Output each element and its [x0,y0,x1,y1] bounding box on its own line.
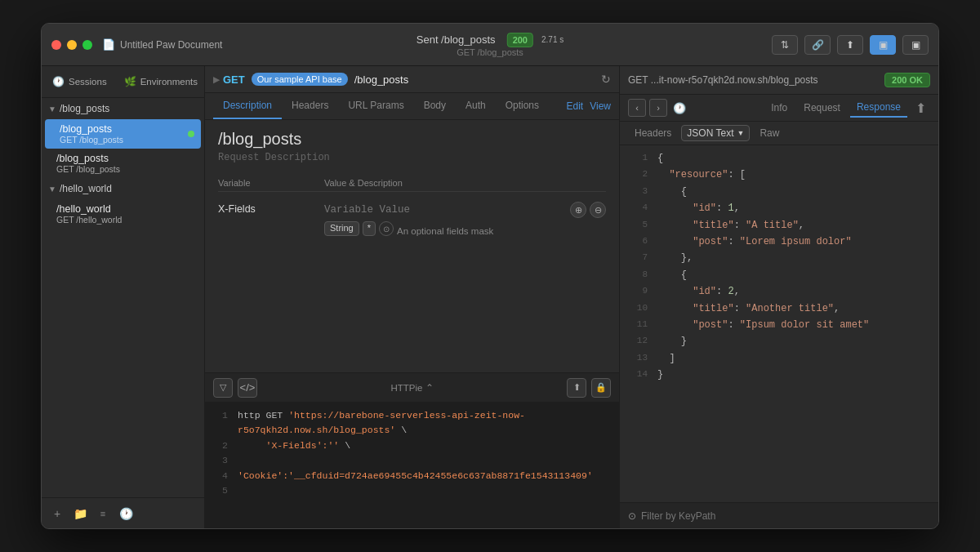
document-title: Untitled Paw Document [120,39,222,51]
code-bar-actions: ⬆ 🔒 [567,378,611,398]
panel-right-button[interactable]: ▣ [902,35,929,55]
tab-body[interactable]: Body [414,93,456,119]
sidebar-item-content-3: /hello_world GET /hello_world [56,203,198,225]
required-tag[interactable]: * [363,221,376,236]
sidebar-item-blog-posts-2[interactable]: /blog_posts GET /blog_posts [42,149,204,178]
code-expand-btn[interactable]: ▽ [213,378,233,398]
group-blog-posts[interactable]: ▼ /blog_posts [42,98,204,119]
json-line-6: 6 "post": "Lorem ipsum dolor" [620,234,938,250]
params-col-value: Value & Description [324,178,606,188]
filter-input[interactable] [641,510,930,522]
document-title-area: 📄 Untitled Paw Document [102,38,222,51]
sent-label: Sent /blog_posts [416,33,496,46]
method-badge[interactable]: ▶ GET [213,73,245,86]
active-dot [188,131,194,137]
url-path-input[interactable] [354,73,595,86]
nav-prev-btn[interactable]: ‹ [628,99,646,117]
url-bar: ▶ GET Our sample API base ↻ [205,66,619,93]
tab-headers[interactable]: Headers [282,93,338,119]
response-url-bar: GET ...it-now-r5o7qkh2d.now.sh/blog_post… [620,66,938,95]
tab-url-params[interactable]: URL Params [338,93,413,119]
close-button[interactable] [51,40,61,50]
params-col-variable: Variable [218,178,324,188]
fmt-tab-raw[interactable]: Raw [753,125,786,141]
edit-button[interactable]: Edit [567,100,584,112]
params-header: Variable Value & Description [218,175,606,192]
code-format-btn[interactable]: </> [238,378,257,398]
export-button[interactable]: ⬆ [837,35,863,55]
sidebar-bottom: + 📁 ≡ 🕐 [42,497,204,528]
panel-left-button[interactable]: ▣ [870,35,896,55]
json-line-5: 5 "title": "A title", [620,217,938,234]
view-button[interactable]: View [590,100,611,112]
code-lock-btn[interactable]: 🔒 [591,378,611,398]
history-clock-icon[interactable]: 🕐 [670,99,688,117]
code-share-btn[interactable]: ⬆ [567,378,586,398]
link-button[interactable]: 🔗 [804,35,831,55]
sessions-tab[interactable]: 🕐 Sessions [42,73,118,91]
json-line-7: 7 }, [620,250,938,266]
method-label: GET [223,73,245,86]
params-table: Variable Value & Description X-Fields ⊕ … [218,175,606,241]
tab-response[interactable]: Response [850,98,907,118]
sidebar-item-name-1: /blog_posts [60,123,185,135]
titlebar: 📄 Untitled Paw Document Sent /blog_posts… [42,24,938,66]
code-area: 1 http GET 'https://barebone-serverless-… [205,402,619,528]
add-group-button[interactable]: 📁 [71,505,89,523]
add-request-button[interactable]: + [48,505,66,523]
json-line-13: 13 ] [620,350,938,367]
tab-options[interactable]: Options [496,93,549,119]
sidebar-item-method-1: GET /blog_posts [60,135,185,145]
tab-auth[interactable]: Auth [456,93,496,119]
base-url-badge[interactable]: Our sample API base [252,73,348,86]
json-line-14: 14} [620,367,938,383]
tab-request[interactable]: Request [797,99,847,117]
param-actions: ⊕ ⊖ [570,202,606,218]
refresh-icon[interactable]: ↻ [601,73,611,86]
param-value-input[interactable] [324,204,565,216]
json-line-4: 4 "id": 1, [620,200,938,216]
code-line-3: 3 [215,453,609,468]
group-hello-world[interactable]: ▼ /hello_world [42,178,204,199]
sidebar-item-content-2: /blog_posts GET /blog_posts [56,153,198,174]
environments-label: Environments [140,77,198,87]
fmt-tab-json-text[interactable]: JSON Text ▼ [681,125,750,141]
json-line-11: 11 "post": "Ipsum dolor sit amet" [620,317,938,333]
sidebar-top-tabs: 🕐 Sessions 🌿 Environments [42,66,204,98]
sessions-icon: 🕐 [52,76,65,87]
sort-button[interactable]: ≡ [94,505,112,523]
response-share-icon[interactable]: ⬆ [911,98,930,118]
tab-info[interactable]: Info [764,99,794,117]
param-description: An optional fields mask [397,221,493,236]
group-arrow-icon: ▼ [48,105,56,114]
json-viewer: 1{ 2 "resource": [ 3 { 4 "id": 1, 5 "tit… [620,145,938,502]
fmt-tab-headers[interactable]: Headers [628,125,678,141]
type-tag[interactable]: String [324,221,359,236]
environments-tab[interactable]: 🌿 Environments [118,73,204,91]
response-url-text: GET ...it-now-r5o7qkh2d.now.sh/blog_post… [628,74,878,86]
optional-tag[interactable]: ⊙ [379,221,394,236]
status-badge-titlebar: 200 [507,33,533,47]
filter-icon: ⊙ [628,510,636,522]
sidebar-item-hello-world[interactable]: /hello_world GET /hello_world [42,199,204,229]
tab-description[interactable]: Description [213,93,282,119]
nav-next-btn[interactable]: › [649,99,667,117]
json-line-2: 2 "resource": [ [620,167,938,183]
sidebar-item-method-3: GET /hello_world [56,215,198,225]
minimize-button[interactable] [67,40,77,50]
format-button[interactable]: ⇅ [772,35,798,55]
code-line-4: 4 'Cookie':'__cfduid=d724ae69455c4b42455… [215,469,609,483]
param-plus-btn[interactable]: ⊕ [570,202,586,218]
param-minus-btn[interactable]: ⊖ [590,202,606,218]
sidebar-item-blog-posts-active[interactable]: /blog_posts GET /blog_posts [45,119,201,149]
sidebar: 🕐 Sessions 🌿 Environments ▼ /blog_posts … [42,66,205,528]
sidebar-item-method-2: GET /blog_posts [56,164,198,174]
param-value-area: ⊕ ⊖ [324,202,606,218]
titlebar-actions: ⇅ 🔗 ⬆ ▣ ▣ [772,35,929,55]
method-arrow-icon: ▶ [213,75,220,84]
maximize-button[interactable] [82,40,92,50]
history-button[interactable]: 🕐 [117,505,135,523]
group-blog-posts-label: /blog_posts [60,103,109,114]
sidebar-item-content: /blog_posts GET /blog_posts [60,123,185,145]
param-row-xfields: X-Fields ⊕ ⊖ String * [218,197,606,241]
